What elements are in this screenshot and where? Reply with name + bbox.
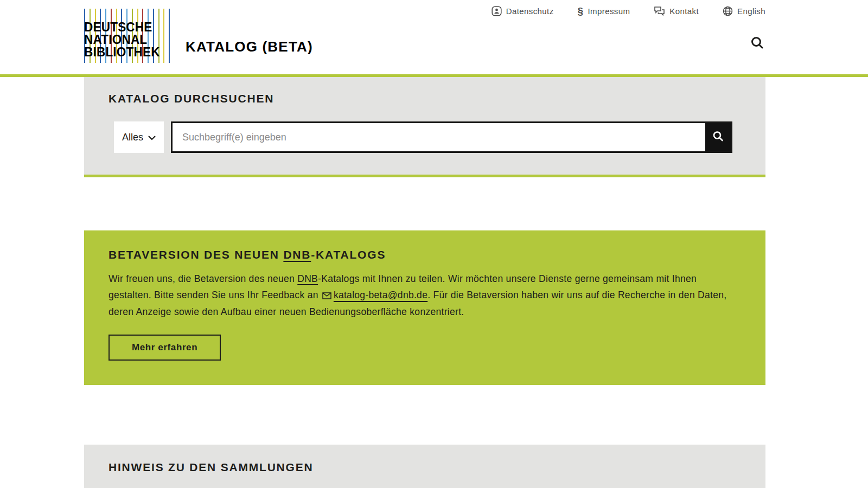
nav-label: English: [737, 7, 765, 16]
beta-heading-text: BETAVERSION DES NEUEN: [108, 248, 283, 261]
header: DEUTSCHE NATIONAL BIBLIOTHEK KATALOG (BE…: [0, 0, 868, 77]
nav-item-datenschutz[interactable]: Datenschutz: [492, 6, 554, 16]
paragraph-text: Wir freuen uns, die Betaversion des neue…: [108, 273, 297, 284]
beta-paragraph: Wir freuen uns, die Betaversion des neue…: [108, 271, 727, 320]
catalog-search-section: KATALOG DURCHSUCHEN Alles: [84, 77, 765, 177]
scope-select-value: Alles: [122, 132, 143, 143]
collections-section-heading: HINWEIS ZU DEN SAMMLUNGEN: [108, 461, 741, 474]
nav-label: Kontakt: [669, 7, 699, 16]
chat-bubbles-icon: [654, 6, 665, 16]
nav-item-english[interactable]: English: [723, 6, 765, 16]
header-search-icon[interactable]: [749, 36, 765, 52]
nav-item-impressum[interactable]: § Impressum: [578, 7, 630, 16]
search-submit-button[interactable]: [705, 123, 731, 151]
magnifier-icon: [712, 130, 725, 145]
top-nav: Datenschutz § Impressum Kontakt: [492, 6, 765, 16]
logo-line-3: BIBLIOTHEK: [84, 46, 160, 59]
search-row: Alles: [114, 121, 732, 153]
dnb-abbr-link[interactable]: DNB: [297, 273, 318, 284]
dnb-abbr-link[interactable]: DNB: [283, 248, 311, 261]
privacy-badge-icon: [492, 6, 502, 16]
beta-section-heading: BETAVERSION DES NEUEN DNB-KATALOGS: [108, 248, 741, 261]
nav-label: Datenschutz: [506, 7, 554, 16]
logo-text: DEUTSCHE NATIONAL BIBLIOTHEK: [84, 21, 160, 59]
beta-heading-suffix: -KATALOGS: [311, 248, 386, 261]
logo-line-2: NATIONAL: [84, 34, 160, 46]
dnb-logo[interactable]: DEUTSCHE NATIONAL BIBLIOTHEK: [84, 9, 170, 63]
logo-line-1: DEUTSCHE: [84, 21, 160, 34]
paragraph-icon: §: [578, 7, 584, 16]
collections-notice-section: HINWEIS ZU DEN SAMMLUNGEN: [84, 445, 765, 488]
search-input[interactable]: [171, 121, 732, 153]
search-scope-select[interactable]: Alles: [114, 121, 164, 153]
beta-version-section: BETAVERSION DES NEUEN DNB-KATALOGS Wir f…: [84, 230, 765, 385]
nav-item-kontakt[interactable]: Kontakt: [654, 6, 699, 16]
nav-label: Impressum: [588, 7, 630, 16]
search-box: [171, 121, 732, 153]
search-section-heading: KATALOG DURCHSUCHEN: [108, 92, 741, 105]
chevron-down-icon: [148, 132, 156, 143]
feedback-email-link[interactable]: katalog-beta@dnb.de: [334, 290, 427, 300]
mehr-erfahren-button[interactable]: Mehr erfahren: [108, 335, 221, 361]
page-title: KATALOG (BETA): [186, 38, 313, 55]
envelope-icon: [322, 288, 331, 305]
globe-icon: [723, 6, 733, 16]
